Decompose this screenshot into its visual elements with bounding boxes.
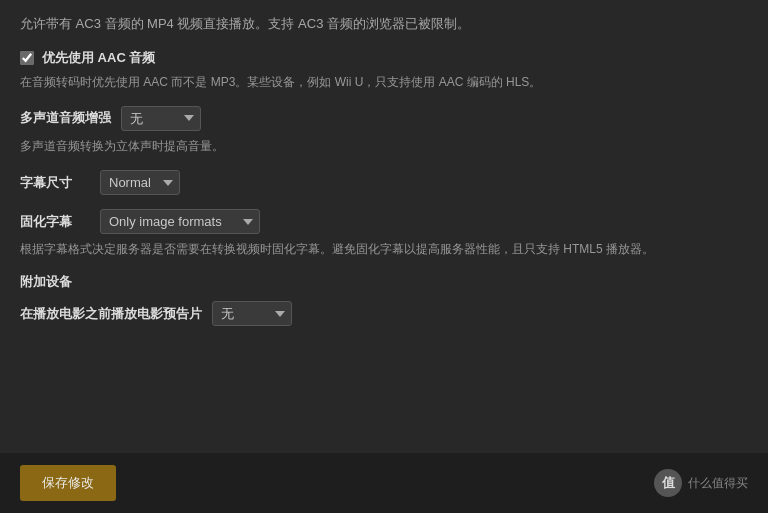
trailer-select[interactable]: 无 1 2 3 [212, 301, 292, 326]
watermark: 值 什么值得买 [654, 469, 748, 497]
trailer-label: 在播放电影之前播放电影预告片 [20, 305, 202, 323]
audio-boost-section: 多声道音频增强 无 100% 150% 200% 多声道音频转换为立体声时提高音… [20, 106, 730, 156]
top-description: 允许带有 AC3 音频的 MP4 视频直接播放。支持 AC3 音频的浏览器已被限… [20, 14, 730, 35]
aac-section: 优先使用 AAC 音频 在音频转码时优先使用 AAC 而不是 MP3。某些设备，… [20, 49, 730, 92]
watermark-icon: 值 [654, 469, 682, 497]
burn-subtitle-description: 根据字幕格式决定服务器是否需要在转换视频时固化字幕。避免固化字幕以提高服务器性能… [20, 240, 730, 259]
save-button[interactable]: 保存修改 [20, 465, 116, 501]
additional-heading: 附加设备 [20, 273, 730, 291]
burn-subtitle-row: 固化字幕 Only image formats Always Never [20, 209, 730, 234]
audio-boost-row: 多声道音频增强 无 100% 150% 200% [20, 106, 730, 131]
aac-checkbox[interactable] [20, 51, 34, 65]
audio-boost-select[interactable]: 无 100% 150% 200% [121, 106, 201, 131]
font-size-label: 字幕尺寸 [20, 174, 90, 192]
burn-subtitle-section: 固化字幕 Only image formats Always Never 根据字… [20, 209, 730, 259]
font-size-select[interactable]: Normal Small Large [100, 170, 180, 195]
aac-description: 在音频转码时优先使用 AAC 而不是 MP3。某些设备，例如 Wii U，只支持… [20, 73, 730, 92]
font-size-row: 字幕尺寸 Normal Small Large [20, 170, 730, 195]
aac-checkbox-label: 优先使用 AAC 音频 [42, 49, 155, 67]
audio-boost-label: 多声道音频增强 [20, 109, 111, 127]
bottom-bar: 保存修改 值 什么值得买 [0, 453, 768, 513]
font-size-section: 字幕尺寸 Normal Small Large [20, 170, 730, 195]
watermark-text: 什么值得买 [688, 475, 748, 492]
additional-section: 附加设备 在播放电影之前播放电影预告片 无 1 2 3 [20, 273, 730, 326]
aac-checkbox-row: 优先使用 AAC 音频 [20, 49, 730, 67]
trailer-row: 在播放电影之前播放电影预告片 无 1 2 3 [20, 301, 730, 326]
burn-subtitle-label: 固化字幕 [20, 213, 90, 231]
audio-boost-description: 多声道音频转换为立体声时提高音量。 [20, 137, 730, 156]
main-content: 允许带有 AC3 音频的 MP4 视频直接播放。支持 AC3 音频的浏览器已被限… [0, 0, 750, 420]
burn-subtitle-select[interactable]: Only image formats Always Never [100, 209, 260, 234]
